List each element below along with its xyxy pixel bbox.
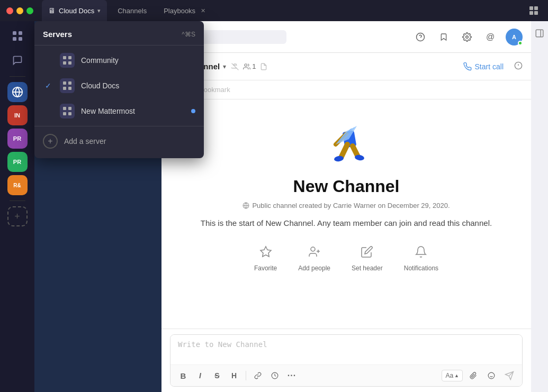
compose-input[interactable] <box>170 335 522 362</box>
strike-button[interactable]: S <box>210 368 224 383</box>
svg-line-39 <box>353 146 358 157</box>
rail-add-server[interactable]: + <box>7 206 28 226</box>
channel-dropdown-arrow-icon[interactable]: ▾ <box>223 63 226 70</box>
add-server-icon: + <box>43 134 58 149</box>
compose-divider-1 <box>246 371 246 380</box>
right-panel-toggle[interactable] <box>535 29 544 40</box>
rail-server-globe[interactable] <box>7 82 28 102</box>
attach-file-button[interactable] <box>466 368 481 383</box>
info-button[interactable] <box>514 61 523 72</box>
favorite-icon <box>259 245 272 261</box>
add-people-button[interactable]: Add people <box>298 245 330 272</box>
tab-cloud-docs[interactable]: 🖥 Cloud Docs ▾ <box>42 0 107 21</box>
new-notification-dot <box>191 109 195 113</box>
maximize-button[interactable] <box>26 7 33 14</box>
mute-icon[interactable] <box>231 63 239 70</box>
minimize-button[interactable] <box>16 7 23 14</box>
font-size-label: Aa <box>445 372 453 379</box>
rail-messages-icon[interactable] <box>7 50 28 71</box>
set-header-button[interactable]: Set header <box>352 245 383 272</box>
dropdown-header: Servers ^⌘S <box>34 25 204 43</box>
community-label: Community <box>81 56 195 65</box>
dropdown-divider-2 <box>34 126 204 126</box>
tab-channels[interactable]: Channels <box>111 0 153 21</box>
favorite-button[interactable]: Favorite <box>254 245 277 272</box>
svg-line-37 <box>341 144 347 158</box>
settings-button[interactable] <box>459 29 475 45</box>
italic-button[interactable]: I <box>193 368 208 383</box>
svg-point-48 <box>311 247 315 251</box>
dropdown-item-community[interactable]: Community <box>34 48 204 73</box>
online-status-dot <box>518 41 523 45</box>
dropdown-item-clouddocs[interactable]: ✓ Cloud Docs <box>34 73 204 98</box>
more-options-button[interactable]: ··· <box>284 368 299 383</box>
help-button[interactable] <box>412 29 428 45</box>
clouddocs-label: Cloud Docs <box>81 81 195 90</box>
member-count[interactable]: 1 <box>243 62 256 70</box>
title-bar-right <box>526 3 542 19</box>
file-icon[interactable] <box>260 63 267 70</box>
svg-rect-15 <box>68 56 71 59</box>
user-avatar[interactable]: A <box>506 29 523 45</box>
rail-separator-2 <box>10 200 25 201</box>
dropdown-item-newmattermost[interactable]: New Mattermost <box>34 98 204 124</box>
svg-rect-25 <box>68 112 71 115</box>
rail-apps-icon[interactable] <box>7 25 28 47</box>
tab-playbooks[interactable]: Playbooks ✕ <box>157 0 212 21</box>
emoji-button[interactable] <box>484 368 499 383</box>
member-count-text: 1 <box>252 62 256 70</box>
link-button[interactable] <box>250 368 265 383</box>
svg-rect-21 <box>68 87 71 90</box>
set-header-icon <box>361 245 373 261</box>
bookmark-button[interactable] <box>436 29 452 45</box>
clouddocs-icon <box>60 78 75 93</box>
svg-rect-0 <box>529 6 533 10</box>
svg-rect-3 <box>534 11 538 15</box>
dropdown-title: Servers <box>43 30 72 39</box>
add-server-label: Add a server <box>64 137 106 145</box>
close-button[interactable] <box>6 7 13 14</box>
rail-separator <box>10 76 25 77</box>
svg-point-30 <box>466 35 469 38</box>
compose-area: B I S H <box>161 329 531 392</box>
icon-rail: IN PR PR R& + <box>0 21 34 392</box>
svg-point-32 <box>245 63 247 66</box>
channel-meta-text-content: Public channel created by Carrie Warner … <box>252 202 450 209</box>
compose-right-actions: Aa ▲ <box>442 368 517 383</box>
community-icon <box>60 53 75 68</box>
svg-rect-7 <box>19 37 22 41</box>
start-call-button[interactable]: Start call <box>459 60 508 73</box>
svg-rect-4 <box>13 31 16 35</box>
emoji-picker-button[interactable] <box>267 368 282 383</box>
add-server-item[interactable]: + Add a server <box>34 129 204 154</box>
svg-rect-1 <box>534 6 538 10</box>
send-button[interactable] <box>502 368 517 383</box>
tab-dropdown-arrow[interactable]: ▾ <box>97 7 101 14</box>
tab-close-icon[interactable]: ✕ <box>201 7 205 14</box>
svg-rect-2 <box>529 11 533 15</box>
font-size-button[interactable]: Aa ▲ <box>442 370 463 381</box>
svg-rect-24 <box>63 112 66 115</box>
rail-avatar-RD[interactable]: R& <box>7 175 28 195</box>
rail-avatar-IN[interactable]: IN <box>7 105 28 125</box>
tab-server-icon: 🖥 <box>48 6 56 15</box>
clouddocs-check: ✓ <box>43 81 53 90</box>
channel-big-title: New Channel <box>293 177 400 196</box>
heading-button[interactable]: H <box>227 368 241 383</box>
svg-line-31 <box>232 63 239 70</box>
content-area: @ A New Channel ▾ <box>161 21 531 392</box>
set-header-label: Set header <box>352 265 383 272</box>
rail-avatar-PR1[interactable]: PR <box>7 129 28 149</box>
start-call-label: Start call <box>475 62 504 71</box>
svg-rect-16 <box>63 61 66 65</box>
mention-button[interactable]: @ <box>482 29 498 45</box>
svg-rect-20 <box>63 87 66 90</box>
newmattermost-label: New Mattermost <box>81 107 185 115</box>
grid-view-button[interactable] <box>526 3 542 19</box>
rail-avatar-PR2[interactable]: PR <box>7 152 28 172</box>
notifications-button[interactable]: Notifications <box>404 245 438 272</box>
bold-button[interactable]: B <box>176 368 191 383</box>
channel-content: New Channel Public channel created by Ca… <box>161 99 531 329</box>
title-bar: 🖥 Cloud Docs ▾ Channels Playbooks ✕ <box>0 0 548 21</box>
channel-actions: Favorite Add people <box>254 245 438 272</box>
